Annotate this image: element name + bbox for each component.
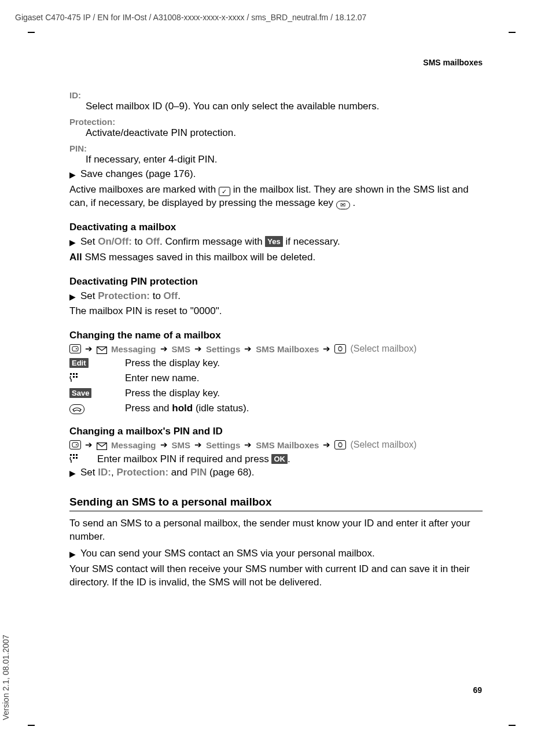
text: . [288,453,290,464]
text: Set [80,467,98,478]
arrow-icon: ➔ [244,440,252,450]
save-changes-text: Save changes (page 176). [80,168,196,181]
subheading-deactivate-pin: Deactivating PIN protection [69,276,483,287]
arrow-icon: ➔ [160,344,168,354]
page-content: ID: Select mailbox ID (0–9). You can onl… [69,87,483,589]
bullet-arrow-icon: ▶ [69,292,76,303]
menu-item: On/Off: [98,236,132,247]
bullet-arrow-icon: ▶ [69,237,76,249]
text: to [132,236,146,247]
page-number: 69 [473,685,482,695]
text: Set [80,236,98,247]
menu-item: Protection: [98,290,150,301]
svg-rect-18 [73,454,75,456]
nav-sms: SMS [172,440,191,450]
nav-select-mailbox: (Select mailbox) [350,440,417,450]
bullet-arrow-icon: ▶ [69,169,76,181]
text: to [150,290,164,301]
keypad-icon [69,373,81,383]
field-label-protection: Protection: [69,117,483,127]
menu-key-icon [69,344,81,353]
arrow-icon: ➔ [85,344,93,354]
section-header: SMS mailboxes [423,58,483,67]
envelope-icon [97,344,107,354]
field-body-id: Select mailbox ID (0–9). You can only se… [86,100,483,113]
svg-rect-20 [73,457,75,459]
enter-pin-description: Enter mailbox PIN if required and press … [97,453,290,465]
text: , [111,467,116,478]
set-fields-line: Set ID:, Protection: and PIN (page 68). [80,466,255,480]
svg-point-1 [76,348,77,349]
nav-path: ➔ Messaging ➔ SMS ➔ Settings ➔ SMS Mailb… [69,344,483,354]
header-path: Gigaset C470-475 IP / EN for IM-Ost / A3… [15,13,366,22]
arrow-icon: ➔ [160,440,168,450]
arrow-icon: ➔ [323,344,330,354]
svg-rect-17 [70,454,72,456]
text: (idle status). [193,403,249,414]
checkmark-box-icon: ✓ [219,187,230,196]
hold-description: Press and hold (idle status). [125,403,249,414]
menu-item: PIN [190,467,207,478]
subheading-change-pin-id: Changing a mailbox's PIN and ID [69,426,483,437]
ok-key: OK [271,454,288,464]
arrow-icon: ➔ [323,440,330,450]
text: Press and [125,403,172,414]
deactivate-line: Set On/Off: to Off. Confirm message with… [80,235,340,249]
pin-reset-paragraph: The mailbox PIN is reset to "0000". [69,305,483,318]
nav-settings: Settings [206,344,240,354]
menu-item: Off [145,236,160,247]
version-footer: Version 2.1, 08.01.2007 [1,635,10,720]
arrow-icon: ➔ [244,344,252,354]
nav-sms-mailboxes: SMS Mailboxes [256,344,319,354]
crop-mark [28,32,35,42]
nav-settings: Settings [206,440,240,450]
subheading-change-name: Changing the name of a mailbox [69,330,483,341]
nav-messaging: Messaging [111,344,156,354]
edit-description: Press the display key. [125,357,220,369]
field-label-pin: PIN: [69,143,483,153]
enter-name-description: Enter new name. [125,373,200,384]
send-paragraph-1: To send an SMS to a personal mailbox, th… [69,517,483,544]
field-label-id: ID: [69,90,483,100]
keypad-icon [69,453,81,464]
text: Active mailboxes are marked with [69,184,219,195]
text: SMS messages saved in this mailbox will … [82,252,315,263]
nav-sms-mailboxes: SMS Mailboxes [256,440,319,450]
hangup-key-icon [69,404,84,414]
all-deleted-paragraph: All SMS messages saved in this mailbox w… [69,251,483,264]
text: . Confirm message with [160,236,265,247]
svg-rect-21 [76,457,78,459]
crop-mark [28,716,35,726]
field-body-pin: If necessary, enter 4-digit PIN. [86,153,483,167]
save-key: Save [69,388,91,398]
svg-rect-19 [76,454,78,456]
menu-item: ID: [98,467,111,478]
menu-key-icon [69,440,81,449]
send-paragraph-2: Your SMS contact will then receive your … [69,563,483,589]
svg-rect-7 [73,373,75,375]
svg-rect-6 [70,373,72,375]
menu-item: Off [164,290,178,301]
crop-mark [509,716,516,726]
svg-rect-11 [72,442,78,447]
select-key-icon [334,344,346,353]
svg-rect-9 [73,376,75,378]
send-bullet: You can send your SMS contact an SMS via… [80,547,375,560]
arrow-icon: ➔ [85,440,93,450]
svg-rect-8 [76,373,78,375]
text: (page 68). [207,467,254,478]
nav-sms: SMS [172,344,191,354]
edit-key: Edit [69,358,89,368]
svg-rect-10 [76,376,78,378]
nav-path: ➔ Messaging ➔ SMS ➔ Settings ➔ SMS Mailb… [69,440,483,450]
text: if necessary. [283,236,340,247]
crop-mark [509,32,516,42]
message-key-icon: ✉ [336,201,350,209]
text-bold: hold [172,403,193,414]
bullet-arrow-icon: ▶ [69,468,76,480]
subheading-deactivate-mailbox: Deactivating a mailbox [69,222,483,233]
text: Set [80,290,98,301]
menu-item: Protection: [116,467,168,478]
arrow-icon: ➔ [194,440,202,450]
bullet-arrow-icon: ▶ [69,549,76,560]
